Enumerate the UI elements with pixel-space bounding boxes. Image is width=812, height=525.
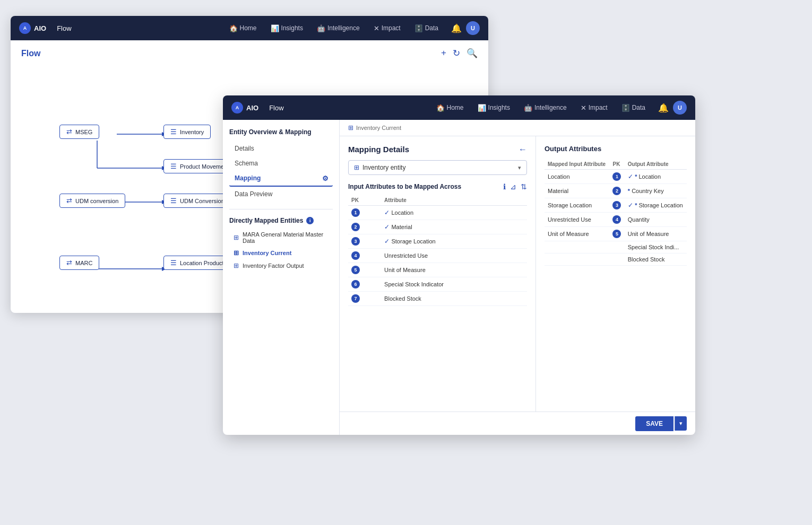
entities-info-icon[interactable]: i <box>306 217 314 224</box>
add-icon-bg[interactable]: + <box>441 48 446 59</box>
nav-insights-bg[interactable]: 📊 Insights <box>265 22 308 34</box>
logo-fg: A AIO <box>231 102 258 113</box>
node-inv1-label: Inventory <box>180 129 204 135</box>
output-attr-row[interactable]: Material2* Country Key <box>545 184 687 198</box>
fg-body: Entity Overview & Mapping Details Schema… <box>223 120 695 435</box>
back-arrow[interactable]: ← <box>519 145 527 154</box>
bell-icon-bg[interactable]: 🔔 <box>451 23 462 33</box>
check-icon: ✓ <box>384 209 391 216</box>
output-attr-row[interactable]: Unit of Measure5Unit of Measure <box>545 227 687 241</box>
entity-mara[interactable]: ⊞ MARA General Material Master Data <box>229 229 333 247</box>
nav-impact-fg[interactable]: ✕ Impact <box>575 102 613 114</box>
tab-details[interactable]: Details <box>229 141 333 156</box>
app-title-fg: Flow <box>269 104 283 112</box>
input-attr-label: ✓ Storage Location <box>381 234 527 249</box>
entity-overview-title: Entity Overview & Mapping <box>229 128 333 136</box>
nav-home-bg[interactable]: 🏠 Home <box>224 22 262 34</box>
output-pk: 3 <box>609 198 624 213</box>
node-locp[interactable]: ☰ Location Product <box>163 256 231 270</box>
output-attr-label: ✓ * Storage Location <box>625 198 687 213</box>
input-attr-row[interactable]: 6Special Stock Indicator <box>348 277 527 292</box>
node-udm[interactable]: ⇄ UDM conversion <box>59 194 125 208</box>
output-attr-label: Blocked Stock <box>625 253 687 266</box>
output-attr-row[interactable]: Blocked Stock <box>545 253 687 266</box>
data-icon-fg: 🗄️ <box>621 104 630 112</box>
nav-data-bg[interactable]: 🗄️ Data <box>409 22 444 34</box>
output-attr-row[interactable]: Unrestricted Use4Quantity <box>545 213 687 227</box>
input-attr-pk: 7 <box>348 292 381 306</box>
tab-data-preview[interactable]: Data Preview <box>229 187 333 202</box>
tab-mapping[interactable]: Mapping ⚙ <box>229 171 333 187</box>
output-attr-row[interactable]: Storage Location3✓ * Storage Location <box>545 198 687 213</box>
node-inv1[interactable]: ☰ Inventory <box>163 125 211 139</box>
info-attr-icon[interactable]: ℹ <box>503 182 506 191</box>
col-pk: PK <box>348 195 381 206</box>
filter-attr-icon[interactable]: ⊿ <box>510 182 516 191</box>
nav-data-label-fg: Data <box>632 104 645 111</box>
check-icon: ✓ <box>384 238 391 245</box>
bell-icon-fg[interactable]: 🔔 <box>658 103 669 113</box>
save-button[interactable]: SAVE <box>635 416 673 431</box>
node-marc-icon: ⇄ <box>66 259 72 267</box>
nav-data-fg[interactable]: 🗄️ Data <box>616 102 651 114</box>
node-marc[interactable]: ⇄ MARC <box>59 256 99 270</box>
node-mseg[interactable]: ⇄ MSEG <box>59 125 99 139</box>
nav-home-label: Home <box>240 24 257 32</box>
output-attr-label: * Country Key <box>625 184 687 198</box>
dropdown-entity-label: Inventory entity <box>362 164 405 171</box>
avatar-bg[interactable]: U <box>466 21 480 35</box>
sort-attr-icon[interactable]: ⇅ <box>521 182 527 191</box>
input-attr-label: ✓ Location <box>381 206 527 220</box>
output-mapped-input <box>545 241 609 253</box>
output-pk <box>609 241 624 253</box>
input-attr-row[interactable]: 2✓ Material <box>348 220 527 234</box>
nav-intelligence-fg[interactable]: 🤖 Intelligence <box>519 102 572 114</box>
breadcrumb-label: Inventory Current <box>356 125 401 131</box>
nav-insights-fg[interactable]: 📊 Insights <box>472 102 515 114</box>
node-udm-label: UDM conversion <box>75 198 118 204</box>
output-attr-row[interactable]: Location1✓ * Location <box>545 170 687 184</box>
input-attr-row[interactable]: 5Unit of Measure <box>348 263 527 277</box>
left-panel: Entity Overview & Mapping Details Schema… <box>223 120 340 435</box>
entity-inventory-current[interactable]: ⊞ Inventory Current <box>229 247 333 259</box>
output-attr-label: ✓ * Location <box>625 170 687 184</box>
nav-impact-bg[interactable]: ✕ Impact <box>368 22 406 34</box>
entity-inventory-factor[interactable]: ⊞ Inventory Factor Output <box>229 259 333 272</box>
insights-icon: 📊 <box>271 24 279 32</box>
search-icon-bg[interactable]: 🔍 <box>467 48 478 59</box>
input-attr-pk: 4 <box>348 249 381 263</box>
nav-home-fg[interactable]: 🏠 Home <box>431 102 469 114</box>
section-divider <box>229 209 333 209</box>
intelligence-icon-fg: 🤖 <box>524 104 532 112</box>
out-col-pk: PK <box>609 159 624 170</box>
out-col-output: Output Attribute <box>625 159 687 170</box>
output-pk: 4 <box>609 213 624 227</box>
avatar-fg[interactable]: U <box>673 101 687 115</box>
entity-mara-label: MARA General Material Master Data <box>243 231 329 244</box>
nav-intelligence-bg[interactable]: 🤖 Intelligence <box>312 22 365 34</box>
toolbar-bg: + ↻ 🔍 <box>441 48 478 59</box>
breadcrumb: ⊞ Inventory Current <box>340 120 695 136</box>
output-attr-row[interactable]: Special Stock Indi... <box>545 241 687 253</box>
impact-icon: ✕ <box>374 24 379 32</box>
tab-schema[interactable]: Schema <box>229 156 333 171</box>
output-attr-label: Quantity <box>625 213 687 227</box>
input-attr-pk: 2 <box>348 220 381 234</box>
input-attributes-table: PK Attribute 1✓ Location2✓ Material3✓ St… <box>348 195 527 306</box>
input-attr-row[interactable]: 7Blocked Stock <box>348 292 527 306</box>
input-attrs-title: Input Attributes to be Mapped Across <box>348 183 461 190</box>
refresh-icon-bg[interactable]: ↻ <box>453 48 460 59</box>
entity-dropdown[interactable]: ⊞ Inventory entity ▾ <box>348 160 527 175</box>
col-attribute: Attribute <box>381 195 527 206</box>
entity-inv-label: Inventory Current <box>243 250 291 256</box>
node-udmc[interactable]: ☰ UDM Conversion <box>163 194 231 208</box>
entities-title: Directly Mapped Entities <box>229 217 303 224</box>
input-attr-row[interactable]: 4Unrestricted Use <box>348 249 527 263</box>
navbar-bg: A AIO Flow 🏠 Home 📊 Insights 🤖 Intellige… <box>11 16 488 40</box>
intelligence-icon: 🤖 <box>317 24 325 32</box>
output-pk: 1 <box>609 170 624 184</box>
save-dropdown-button[interactable]: ▾ <box>675 416 687 431</box>
input-attr-row[interactable]: 3✓ Storage Location <box>348 234 527 249</box>
output-panel: Output Attributes Mapped Input Attribute… <box>536 136 695 412</box>
input-attr-row[interactable]: 1✓ Location <box>348 206 527 220</box>
